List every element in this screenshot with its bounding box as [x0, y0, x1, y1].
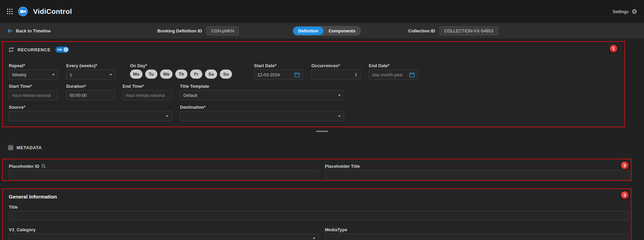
topbar: VidiControl Settings ⚙: [0, 0, 644, 23]
repeat-select[interactable]: Weekly: [9, 70, 58, 80]
toggle-knob-icon: [63, 47, 68, 52]
start-date-input[interactable]: [257, 72, 294, 77]
tab-definition[interactable]: Definition: [293, 27, 324, 35]
destination-select[interactable]: [180, 111, 344, 121]
back-to-timeline-link[interactable]: Back to Timeline: [7, 23, 51, 38]
placeholder-id-label: Placeholder ID: [9, 163, 319, 169]
occurrences-label: Occurrences*: [311, 63, 361, 68]
repeat-icon: [8, 47, 14, 52]
day-pill-tu[interactable]: Tu: [145, 70, 157, 79]
occurrences-input[interactable]: [315, 72, 355, 77]
general-information-title: General Information: [9, 194, 631, 199]
back-arrow-icon: [7, 29, 13, 33]
repeat-field: Repeat* Weekly: [9, 63, 58, 80]
view-tabs: Definition Components: [292, 23, 361, 38]
search-icon[interactable]: [41, 164, 46, 168]
calendar-icon[interactable]: [294, 72, 300, 77]
media-type-control: [325, 234, 629, 240]
metadata-title: METADATA: [17, 145, 42, 150]
placeholder-id-label-text: Placeholder ID: [9, 164, 39, 169]
start-time-label: Start Time*: [9, 83, 58, 89]
day-pill-group: Mo Tu We Th Fr Sa Su: [130, 70, 239, 79]
title-input[interactable]: [12, 213, 625, 218]
start-date-control: [254, 70, 303, 80]
start-time-input[interactable]: [12, 93, 55, 98]
chevron-down-icon: [166, 115, 169, 117]
settings-link[interactable]: Settings: [613, 9, 628, 14]
duration-control: [66, 90, 115, 100]
every-weeks-field: Every (weeks)* 1: [66, 63, 115, 80]
occurrences-field: Occurrences* ▲▼: [311, 63, 361, 80]
collection-id-value: COLLECTION-VX-54853: [439, 26, 498, 35]
every-weeks-select[interactable]: 1: [66, 70, 115, 80]
recurrence-toggle[interactable]: ON: [55, 47, 69, 53]
destination-label: Destination*: [180, 104, 344, 110]
end-date-input[interactable]: [372, 72, 409, 77]
chevron-down-icon: [313, 238, 315, 239]
v3-category-field: V3_Category: [9, 227, 319, 240]
tab-components[interactable]: Components: [324, 27, 360, 35]
day-pill-th[interactable]: Th: [175, 70, 187, 79]
placeholder-id-control: [9, 170, 319, 180]
start-time-control: [9, 90, 58, 100]
placeholder-fields: Placeholder ID Placeholder Title: [3, 159, 631, 180]
media-type-input[interactable]: [328, 236, 625, 240]
apps-grid-icon[interactable]: [7, 8, 13, 15]
placeholder-id-input[interactable]: [12, 172, 315, 178]
topbar-right: Settings ⚙: [613, 8, 637, 15]
every-weeks-value: 1: [70, 72, 72, 77]
day-pill-mo[interactable]: Mo: [130, 70, 143, 79]
recurrence-row-2: Start Time* Duration* End Time* Title Te…: [3, 83, 624, 100]
duration-input[interactable]: [70, 93, 112, 98]
title-template-select[interactable]: Default: [180, 90, 344, 100]
metadata-header: METADATA: [0, 143, 644, 152]
every-weeks-label: Every (weeks)*: [66, 63, 115, 68]
annotation-badge-2: 2: [621, 161, 629, 169]
v3-category-select[interactable]: [9, 234, 319, 240]
day-pill-sa[interactable]: Sa: [205, 70, 217, 79]
recurrence-header: RECURRENCE ON: [3, 42, 624, 53]
topbar-left: VidiControl: [7, 6, 72, 17]
media-type-field: MediaType: [325, 227, 629, 240]
start-time-field: Start Time*: [9, 83, 58, 100]
collection-id-label: Collection ID: [408, 28, 435, 33]
day-pill-we[interactable]: We: [160, 70, 173, 79]
duration-label: Duration*: [66, 83, 115, 89]
annotation-badge-3: 3: [621, 191, 629, 199]
recurrence-title: RECURRENCE: [18, 47, 51, 52]
annotation-box-1: 1 RECURRENCE ON Repeat* Weekly: [2, 41, 625, 127]
end-date-label: End Date*: [369, 63, 418, 68]
repeat-value: Weekly: [12, 72, 26, 77]
placeholder-title-field: Placeholder Title: [325, 163, 629, 180]
day-pill-su[interactable]: Su: [220, 70, 232, 79]
end-time-control: [123, 90, 172, 100]
source-select[interactable]: [9, 111, 172, 121]
placeholder-title-input[interactable]: [328, 172, 625, 178]
day-pill-fr[interactable]: Fr: [190, 70, 202, 79]
stepper-icon[interactable]: ▲▼: [355, 72, 357, 77]
on-day-label: On Day*: [130, 63, 239, 68]
calendar-icon[interactable]: [409, 72, 415, 77]
app-name: VidiControl: [33, 7, 72, 16]
destination-field: Destination*: [180, 104, 344, 121]
back-label: Back to Timeline: [16, 28, 51, 33]
recurrence-fields: Repeat* Weekly Every (weeks)* 1 On Day* …: [3, 63, 624, 121]
title-label: Title: [9, 204, 629, 210]
general-information-row: V3_Category MediaType: [9, 227, 631, 240]
start-date-label: Start Date*: [254, 63, 303, 68]
start-date-field: Start Date*: [254, 63, 303, 80]
end-time-field: End Time*: [123, 83, 172, 100]
title-template-field: Title Template Default: [180, 83, 344, 100]
tab-group: Definition Components: [292, 26, 361, 36]
drag-handle[interactable]: [316, 131, 328, 132]
booking-definition-label: Booking Definition ID: [157, 28, 202, 33]
gear-icon[interactable]: ⚙: [632, 8, 637, 15]
title-template-label: Title Template: [180, 83, 344, 89]
placeholder-title-control: [325, 170, 629, 180]
on-day-field: On Day* Mo Tu We Th Fr Sa Su: [130, 63, 239, 79]
panel-splitter: [0, 131, 644, 139]
end-time-input[interactable]: [126, 93, 169, 98]
source-field: Source*: [9, 104, 172, 121]
placeholder-id-field: Placeholder ID: [9, 163, 319, 180]
occurrences-control: ▲▼: [311, 70, 361, 80]
